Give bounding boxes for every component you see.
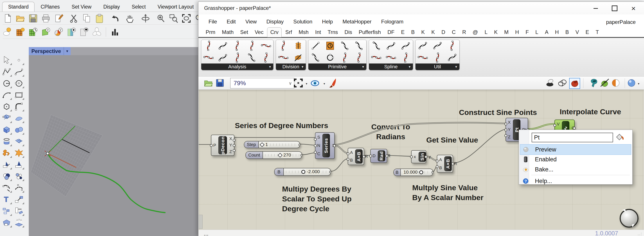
circle-icon[interactable] — [0, 78, 13, 89]
grip-in-P[interactable] — [210, 144, 213, 147]
dot-circles-icon[interactable] — [13, 170, 25, 182]
contour-stack-icon[interactable] — [291, 40, 306, 52]
tab-k-15[interactable]: K — [428, 28, 438, 37]
polyline-segments-icon[interactable] — [384, 52, 398, 63]
polygon-icon[interactable] — [0, 101, 13, 112]
preview-off-cylinder-icon[interactable] — [545, 78, 555, 88]
tab-vec-3[interactable]: Vec — [252, 28, 266, 37]
tab-set-2[interactable]: Set — [237, 28, 251, 37]
menu-edit[interactable]: Edit — [227, 19, 236, 25]
surface-sheet-icon[interactable] — [13, 135, 25, 147]
flower-petals-icon[interactable] — [92, 27, 102, 37]
curve-cross-icon[interactable] — [244, 52, 259, 63]
bezier-span-icon[interactable] — [384, 40, 398, 52]
half-shade-sphere-icon[interactable] — [611, 78, 621, 88]
tab-msh-6[interactable]: Msh — [296, 28, 311, 37]
blue-sphere-menu-icon[interactable] — [626, 78, 636, 88]
port-in-D[interactable]: D — [372, 153, 376, 158]
extend-curve-icon[interactable] — [445, 52, 460, 63]
grip-out-value[interactable] — [300, 154, 302, 157]
open-folder-icon[interactable] — [15, 13, 26, 23]
cut-scissors-icon[interactable] — [69, 13, 79, 23]
undo-arrow-icon[interactable] — [110, 13, 120, 23]
arc-sed-icon[interactable] — [337, 52, 352, 63]
tab-l-20[interactable]: L — [482, 28, 490, 37]
grasshopper-title-bar[interactable]: Grasshopper - paperPalace* × — [198, 2, 644, 14]
grip-in-C[interactable] — [314, 151, 317, 154]
slider-knob[interactable] — [278, 153, 282, 157]
annotate-page-icon[interactable] — [54, 13, 64, 23]
preview-shaded-icon[interactable] — [569, 78, 580, 89]
explode-burst-icon[interactable] — [13, 147, 25, 159]
viewport-menu-button[interactable]: ▼ — [64, 47, 71, 55]
zoom-level-combobox[interactable]: 79% ∨ — [230, 78, 294, 89]
close-button[interactable]: × — [628, 5, 638, 12]
fillet-curve-icon[interactable] — [416, 40, 430, 52]
select-cursor-icon[interactable] — [0, 54, 13, 66]
split-icon[interactable] — [13, 159, 25, 170]
tab-e-30[interactable]: E — [583, 28, 592, 37]
zoom-window-icon[interactable] — [168, 13, 179, 23]
curve-tangent-icon[interactable] — [244, 40, 259, 52]
port-in-V[interactable]: V — [557, 122, 560, 126]
surface-patch-icon[interactable] — [13, 112, 25, 124]
curve-frame-icon[interactable] — [201, 40, 216, 52]
tab-srf-5[interactable]: Srf — [282, 28, 295, 37]
port-in-Y[interactable]: Y — [508, 127, 511, 132]
port-out-R[interactable]: R — [365, 154, 368, 159]
rectangle-icon[interactable] — [13, 89, 25, 101]
menu-item-enabled[interactable]: Enabled — [520, 154, 631, 164]
component-multiply-2[interactable]: ABA×BR — [437, 155, 453, 173]
render-sun-grid-icon[interactable] — [15, 27, 26, 37]
resize-grip[interactable]: ..: — [638, 232, 642, 236]
flip-matched-icon[interactable] — [430, 40, 445, 52]
menu-item-preview[interactable]: Preview — [520, 144, 631, 155]
calendar-sheet-icon[interactable]: Y — [41, 27, 51, 37]
grip-in-x[interactable] — [410, 155, 413, 158]
zoom-extents-icon[interactable] — [181, 13, 192, 23]
menu-solution[interactable]: Solution — [293, 19, 312, 25]
component-name-field[interactable]: Pt — [532, 133, 613, 142]
panel-label-primitive[interactable]: Primitive▼ — [308, 63, 366, 70]
grip-in-A[interactable] — [436, 160, 438, 162]
curve-side-icon[interactable] — [259, 40, 273, 52]
rhino-tab-display[interactable]: Display — [98, 2, 126, 12]
grip-in-S[interactable] — [314, 138, 317, 141]
port-in-S[interactable]: S — [318, 135, 320, 140]
tab-h-23[interactable]: H — [512, 28, 522, 37]
box-solid-icon[interactable] — [0, 124, 13, 135]
menu-view[interactable]: View — [246, 19, 257, 25]
selected-only-pin-icon[interactable] — [589, 78, 599, 88]
tab-prm-0[interactable]: Prm — [203, 28, 218, 37]
clock-grid-icon[interactable] — [28, 27, 38, 37]
canvas-scrollbar-thumb[interactable] — [199, 215, 202, 229]
zoom-plus-icon[interactable] — [156, 13, 166, 23]
tab-v-29[interactable]: V — [573, 28, 582, 37]
merge-down-icon[interactable] — [398, 52, 413, 63]
circle-icon[interactable] — [323, 52, 337, 63]
contour-fan-icon[interactable] — [291, 52, 306, 63]
slider-knob[interactable] — [419, 170, 423, 174]
cylinder-ring-icon[interactable] — [0, 135, 13, 147]
layout-sheet-icon[interactable] — [13, 205, 25, 217]
port-in-N[interactable]: N — [317, 143, 320, 148]
preview-wireframe-icon[interactable] — [557, 78, 568, 88]
tab-h-27[interactable]: H — [552, 28, 562, 37]
polyline-icon[interactable] — [0, 66, 13, 78]
minimize-button[interactable] — [591, 5, 601, 12]
port-in-C[interactable]: C — [317, 151, 320, 156]
sun-cloud-icon[interactable] — [3, 27, 13, 37]
boolean-union-icon[interactable] — [0, 147, 13, 159]
grip-out-value[interactable] — [432, 171, 433, 174]
curve-rebuild-icon[interactable] — [13, 182, 25, 194]
tab-crv-4[interactable]: Crv — [267, 27, 282, 37]
polygon-center-icon[interactable] — [216, 52, 230, 63]
circle-seam-icon[interactable] — [445, 40, 460, 52]
snapshot-camera-icon[interactable] — [79, 27, 89, 37]
tab-r-18[interactable]: R — [460, 28, 469, 37]
port-out-y[interactable]: y — [429, 154, 431, 159]
blend-circles-icon[interactable] — [0, 170, 13, 182]
tab-sym-19[interactable]: @ — [470, 28, 481, 37]
solid-cap-icon[interactable] — [0, 217, 13, 228]
print-icon[interactable] — [41, 13, 51, 23]
